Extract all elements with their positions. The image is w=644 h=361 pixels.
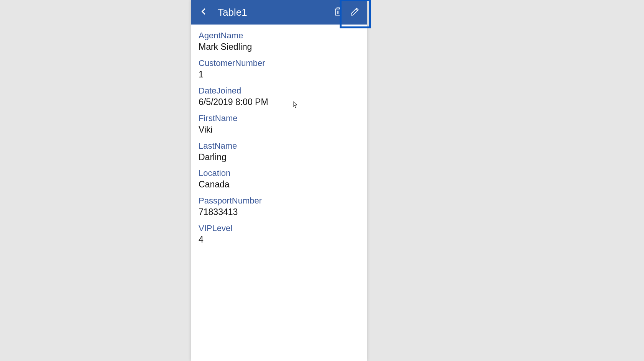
- svg-line-2: [356, 9, 357, 11]
- field-passportnumber: PassportNumber 71833413: [199, 194, 367, 221]
- back-button[interactable]: [196, 4, 212, 21]
- field-label: Location: [199, 168, 367, 179]
- field-label: DateJoined: [199, 86, 367, 97]
- field-value: 71833413: [199, 207, 367, 218]
- field-datejoined: DateJoined 6/5/2019 8:00 PM: [199, 84, 367, 111]
- field-customernumber: CustomerNumber 1: [199, 56, 367, 84]
- field-label: AgentName: [199, 31, 367, 41]
- page-title: Table1: [218, 7, 330, 18]
- trash-icon: [333, 7, 343, 18]
- detail-panel: Table1 AgentName: [191, 0, 367, 361]
- field-label: LastName: [199, 141, 367, 152]
- field-label: CustomerNumber: [199, 58, 367, 69]
- field-location: Location Canada: [199, 166, 367, 194]
- field-label: VIPLevel: [199, 223, 367, 234]
- delete-button[interactable]: [330, 4, 347, 21]
- field-value: 1: [199, 69, 367, 80]
- field-value: 6/5/2019 8:00 PM: [199, 97, 367, 108]
- field-value: Canada: [199, 179, 367, 190]
- field-firstname: FirstName Viki: [199, 111, 367, 139]
- pencil-icon: [350, 7, 360, 18]
- field-label: FirstName: [199, 113, 367, 124]
- field-value: Mark Siedling: [199, 41, 367, 53]
- field-viplevel: VIPLevel 4: [199, 221, 367, 249]
- field-value: Darling: [199, 152, 367, 163]
- field-lastname: LastName Darling: [199, 139, 367, 166]
- detail-content: AgentName Mark Siedling CustomerNumber 1…: [191, 25, 367, 249]
- field-label: PassportNumber: [199, 196, 367, 207]
- field-value: 4: [199, 234, 367, 246]
- chevron-left-icon: [200, 7, 208, 17]
- edit-button[interactable]: [347, 4, 363, 21]
- header-bar: Table1: [191, 0, 367, 25]
- field-value: Viki: [199, 124, 367, 136]
- field-agentname: AgentName Mark Siedling: [199, 28, 367, 56]
